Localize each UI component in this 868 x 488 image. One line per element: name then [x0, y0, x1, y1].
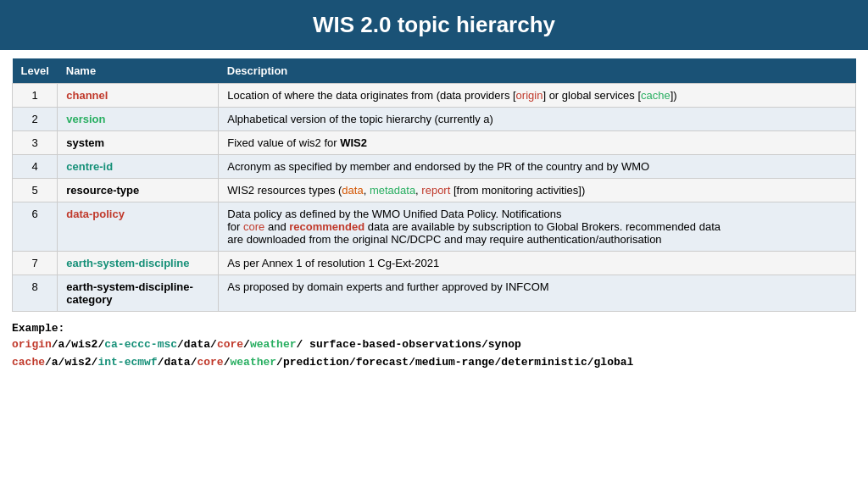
cell-description: Acronym as specified by member and endor… [219, 155, 856, 179]
cell-name: centre-id [58, 155, 219, 179]
cell-level: 1 [13, 84, 58, 108]
cell-description: Alphabetical version of the topic hierar… [219, 108, 856, 131]
cell-description: Data policy as defined by the WMO Unifie… [219, 202, 856, 252]
page-title: WIS 2.0 topic hierarchy [0, 0, 868, 50]
cell-description: WIS2 resources types (data, metadata, re… [219, 179, 856, 202]
table-row: 5resource-typeWIS2 resources types (data… [13, 179, 856, 202]
cell-description: Location of where the data originates fr… [219, 84, 856, 108]
table-container: Level Name Description 1channelLocation … [0, 50, 868, 317]
cell-name: resource-type [58, 179, 219, 202]
cell-level: 7 [13, 252, 58, 275]
table-row: 1channelLocation of where the data origi… [13, 84, 856, 108]
cell-level: 6 [13, 202, 58, 252]
cell-level: 8 [13, 275, 58, 312]
cell-description: As per Annex 1 of resolution 1 Cg-Ext-20… [219, 252, 856, 275]
cell-level: 5 [13, 179, 58, 202]
table-row: 8earth-system-discipline-categoryAs prop… [13, 275, 856, 312]
col-name: Name [58, 58, 219, 84]
cell-level: 4 [13, 155, 58, 179]
table-row: 7earth-system-disciplineAs per Annex 1 o… [13, 252, 856, 275]
table-body: 1channelLocation of where the data origi… [13, 84, 856, 312]
example-section: Example: origin/a/wis2/ca-eccc-msc/data/… [0, 317, 868, 379]
table-row: 4centre-idAcronym as specified by member… [13, 155, 856, 179]
title-text: WIS 2.0 topic hierarchy [313, 12, 555, 37]
table-header-row: Level Name Description [13, 58, 856, 84]
cell-name: version [58, 108, 219, 131]
cell-name: channel [58, 84, 219, 108]
example-label: Example: [12, 322, 856, 335]
cell-level: 3 [13, 131, 58, 155]
table-row: 3systemFixed value of wis2 for WIS2 [13, 131, 856, 155]
col-level: Level [13, 58, 58, 84]
cell-level: 2 [13, 108, 58, 131]
cell-name: system [58, 131, 219, 155]
example-line-1: origin/a/wis2/ca-eccc-msc/data/core/weat… [12, 336, 856, 354]
table-row: 6data-policyData policy as defined by th… [13, 202, 856, 252]
cell-description: As proposed by domain experts and furthe… [219, 275, 856, 312]
col-description: Description [219, 58, 856, 84]
example-line-2: cache/a/wis2/int-ecmwf/data/core/weather… [12, 354, 856, 372]
cell-description: Fixed value of wis2 for WIS2 [219, 131, 856, 155]
cell-name: earth-system-discipline [58, 252, 219, 275]
table-row: 2versionAlphabetical version of the topi… [13, 108, 856, 131]
cell-name: earth-system-discipline-category [58, 275, 219, 312]
cell-name: data-policy [58, 202, 219, 252]
topic-hierarchy-table: Level Name Description 1channelLocation … [12, 58, 856, 312]
